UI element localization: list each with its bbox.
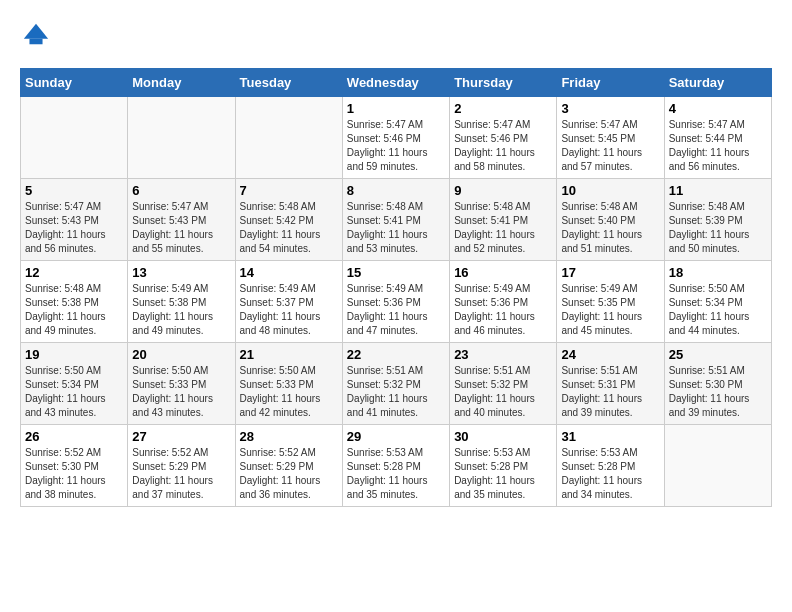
logo-icon (22, 20, 50, 48)
calendar: SundayMondayTuesdayWednesdayThursdayFrid… (20, 68, 772, 507)
day-number: 12 (25, 265, 123, 280)
day-info: Sunrise: 5:51 AMSunset: 5:31 PMDaylight:… (561, 364, 659, 420)
day-info: Sunrise: 5:53 AMSunset: 5:28 PMDaylight:… (561, 446, 659, 502)
day-info: Sunrise: 5:50 AMSunset: 5:33 PMDaylight:… (132, 364, 230, 420)
day-info: Sunrise: 5:49 AMSunset: 5:35 PMDaylight:… (561, 282, 659, 338)
calendar-cell: 7Sunrise: 5:48 AMSunset: 5:42 PMDaylight… (235, 179, 342, 261)
day-number: 8 (347, 183, 445, 198)
weekday-header-saturday: Saturday (664, 69, 771, 97)
day-number: 4 (669, 101, 767, 116)
calendar-cell: 5Sunrise: 5:47 AMSunset: 5:43 PMDaylight… (21, 179, 128, 261)
day-number: 15 (347, 265, 445, 280)
day-number: 23 (454, 347, 552, 362)
week-row-2: 5Sunrise: 5:47 AMSunset: 5:43 PMDaylight… (21, 179, 772, 261)
day-number: 19 (25, 347, 123, 362)
day-info: Sunrise: 5:49 AMSunset: 5:36 PMDaylight:… (347, 282, 445, 338)
week-row-5: 26Sunrise: 5:52 AMSunset: 5:30 PMDayligh… (21, 425, 772, 507)
day-number: 16 (454, 265, 552, 280)
day-number: 30 (454, 429, 552, 444)
day-info: Sunrise: 5:48 AMSunset: 5:39 PMDaylight:… (669, 200, 767, 256)
calendar-cell (128, 97, 235, 179)
day-info: Sunrise: 5:47 AMSunset: 5:43 PMDaylight:… (25, 200, 123, 256)
calendar-cell: 28Sunrise: 5:52 AMSunset: 5:29 PMDayligh… (235, 425, 342, 507)
day-number: 28 (240, 429, 338, 444)
calendar-cell: 27Sunrise: 5:52 AMSunset: 5:29 PMDayligh… (128, 425, 235, 507)
day-number: 1 (347, 101, 445, 116)
day-number: 25 (669, 347, 767, 362)
day-number: 24 (561, 347, 659, 362)
calendar-cell: 12Sunrise: 5:48 AMSunset: 5:38 PMDayligh… (21, 261, 128, 343)
day-number: 27 (132, 429, 230, 444)
day-number: 20 (132, 347, 230, 362)
day-number: 3 (561, 101, 659, 116)
weekday-header-monday: Monday (128, 69, 235, 97)
calendar-cell: 1Sunrise: 5:47 AMSunset: 5:46 PMDaylight… (342, 97, 449, 179)
calendar-cell: 21Sunrise: 5:50 AMSunset: 5:33 PMDayligh… (235, 343, 342, 425)
day-info: Sunrise: 5:48 AMSunset: 5:41 PMDaylight:… (454, 200, 552, 256)
day-info: Sunrise: 5:52 AMSunset: 5:29 PMDaylight:… (240, 446, 338, 502)
day-info: Sunrise: 5:48 AMSunset: 5:38 PMDaylight:… (25, 282, 123, 338)
calendar-cell (664, 425, 771, 507)
calendar-cell: 22Sunrise: 5:51 AMSunset: 5:32 PMDayligh… (342, 343, 449, 425)
week-row-3: 12Sunrise: 5:48 AMSunset: 5:38 PMDayligh… (21, 261, 772, 343)
weekday-header-row: SundayMondayTuesdayWednesdayThursdayFrid… (21, 69, 772, 97)
calendar-cell: 13Sunrise: 5:49 AMSunset: 5:38 PMDayligh… (128, 261, 235, 343)
calendar-cell: 19Sunrise: 5:50 AMSunset: 5:34 PMDayligh… (21, 343, 128, 425)
day-info: Sunrise: 5:50 AMSunset: 5:33 PMDaylight:… (240, 364, 338, 420)
day-info: Sunrise: 5:51 AMSunset: 5:30 PMDaylight:… (669, 364, 767, 420)
day-number: 26 (25, 429, 123, 444)
day-info: Sunrise: 5:47 AMSunset: 5:46 PMDaylight:… (347, 118, 445, 174)
calendar-cell: 17Sunrise: 5:49 AMSunset: 5:35 PMDayligh… (557, 261, 664, 343)
calendar-cell: 9Sunrise: 5:48 AMSunset: 5:41 PMDaylight… (450, 179, 557, 261)
day-info: Sunrise: 5:52 AMSunset: 5:29 PMDaylight:… (132, 446, 230, 502)
logo (20, 20, 50, 52)
calendar-cell: 8Sunrise: 5:48 AMSunset: 5:41 PMDaylight… (342, 179, 449, 261)
calendar-cell: 31Sunrise: 5:53 AMSunset: 5:28 PMDayligh… (557, 425, 664, 507)
weekday-header-sunday: Sunday (21, 69, 128, 97)
day-info: Sunrise: 5:47 AMSunset: 5:44 PMDaylight:… (669, 118, 767, 174)
calendar-cell: 30Sunrise: 5:53 AMSunset: 5:28 PMDayligh… (450, 425, 557, 507)
day-number: 17 (561, 265, 659, 280)
calendar-cell: 15Sunrise: 5:49 AMSunset: 5:36 PMDayligh… (342, 261, 449, 343)
weekday-header-wednesday: Wednesday (342, 69, 449, 97)
page-header (20, 20, 772, 52)
day-number: 14 (240, 265, 338, 280)
weekday-header-thursday: Thursday (450, 69, 557, 97)
day-number: 5 (25, 183, 123, 198)
day-number: 6 (132, 183, 230, 198)
day-info: Sunrise: 5:49 AMSunset: 5:38 PMDaylight:… (132, 282, 230, 338)
day-number: 7 (240, 183, 338, 198)
day-info: Sunrise: 5:50 AMSunset: 5:34 PMDaylight:… (25, 364, 123, 420)
calendar-cell: 2Sunrise: 5:47 AMSunset: 5:46 PMDaylight… (450, 97, 557, 179)
day-info: Sunrise: 5:48 AMSunset: 5:41 PMDaylight:… (347, 200, 445, 256)
day-info: Sunrise: 5:50 AMSunset: 5:34 PMDaylight:… (669, 282, 767, 338)
calendar-cell: 26Sunrise: 5:52 AMSunset: 5:30 PMDayligh… (21, 425, 128, 507)
day-number: 11 (669, 183, 767, 198)
weekday-header-friday: Friday (557, 69, 664, 97)
calendar-cell: 11Sunrise: 5:48 AMSunset: 5:39 PMDayligh… (664, 179, 771, 261)
day-number: 21 (240, 347, 338, 362)
calendar-cell: 24Sunrise: 5:51 AMSunset: 5:31 PMDayligh… (557, 343, 664, 425)
week-row-4: 19Sunrise: 5:50 AMSunset: 5:34 PMDayligh… (21, 343, 772, 425)
day-info: Sunrise: 5:53 AMSunset: 5:28 PMDaylight:… (347, 446, 445, 502)
calendar-cell: 3Sunrise: 5:47 AMSunset: 5:45 PMDaylight… (557, 97, 664, 179)
calendar-cell: 23Sunrise: 5:51 AMSunset: 5:32 PMDayligh… (450, 343, 557, 425)
day-number: 22 (347, 347, 445, 362)
calendar-cell: 10Sunrise: 5:48 AMSunset: 5:40 PMDayligh… (557, 179, 664, 261)
day-info: Sunrise: 5:48 AMSunset: 5:40 PMDaylight:… (561, 200, 659, 256)
day-info: Sunrise: 5:48 AMSunset: 5:42 PMDaylight:… (240, 200, 338, 256)
week-row-1: 1Sunrise: 5:47 AMSunset: 5:46 PMDaylight… (21, 97, 772, 179)
day-number: 31 (561, 429, 659, 444)
day-info: Sunrise: 5:47 AMSunset: 5:46 PMDaylight:… (454, 118, 552, 174)
calendar-cell: 16Sunrise: 5:49 AMSunset: 5:36 PMDayligh… (450, 261, 557, 343)
calendar-cell: 4Sunrise: 5:47 AMSunset: 5:44 PMDaylight… (664, 97, 771, 179)
calendar-cell: 25Sunrise: 5:51 AMSunset: 5:30 PMDayligh… (664, 343, 771, 425)
day-info: Sunrise: 5:51 AMSunset: 5:32 PMDaylight:… (454, 364, 552, 420)
day-number: 9 (454, 183, 552, 198)
day-info: Sunrise: 5:47 AMSunset: 5:45 PMDaylight:… (561, 118, 659, 174)
day-info: Sunrise: 5:47 AMSunset: 5:43 PMDaylight:… (132, 200, 230, 256)
calendar-cell (235, 97, 342, 179)
svg-rect-1 (29, 39, 42, 45)
calendar-cell: 20Sunrise: 5:50 AMSunset: 5:33 PMDayligh… (128, 343, 235, 425)
calendar-cell (21, 97, 128, 179)
